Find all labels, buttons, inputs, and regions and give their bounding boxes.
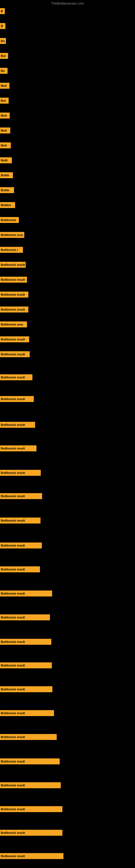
bottleneck-bar-26: Bottleneck result [0, 396, 34, 402]
bottleneck-bar-21: Bottleneck result [0, 307, 28, 312]
bottleneck-bar-41: Bottleneck result [0, 758, 60, 764]
bottleneck-bar-32: Bottleneck result [0, 542, 42, 549]
bottleneck-bar-43: Bottleneck result [0, 806, 62, 812]
bottleneck-bar-25: Bottleneck result [0, 374, 32, 380]
bottleneck-bar-24: Bottleneck result [0, 351, 30, 357]
bottleneck-bar-15: Bottleneck [0, 217, 19, 223]
bottleneck-bar-45: Bottleneck result [0, 853, 63, 859]
bottleneck-bar-2: B [0, 23, 5, 29]
bottleneck-bar-30: Bottleneck result [0, 493, 42, 499]
bottleneck-bar-17: Bottleneck r [0, 247, 23, 253]
bottleneck-bar-19: Bottleneck result [0, 277, 27, 283]
bottleneck-bar-4: Bot [0, 53, 8, 59]
bottleneck-bar-37: Bottleneck result [0, 662, 52, 669]
bottleneck-bar-39: Bottleneck result [0, 710, 54, 716]
bottleneck-bar-11: Bottl [0, 157, 12, 163]
bottleneck-bar-28: Bottleneck result [0, 445, 37, 452]
bottleneck-bar-3: Bo [0, 38, 6, 44]
bottleneck-bar-36: Bottleneck result [0, 639, 51, 645]
bottleneck-bar-6: Bott [0, 83, 9, 89]
bottleneck-bar-34: Bottleneck result [0, 590, 52, 596]
bottleneck-bar-1: B [0, 8, 5, 14]
bottleneck-bar-14: Bottlen [0, 202, 15, 208]
bottleneck-bar-35: Bottleneck result [0, 614, 50, 620]
bottleneck-bar-22: Bottleneck resu [0, 321, 27, 328]
bottleneck-bar-7: Bot [0, 98, 9, 104]
bottleneck-bar-16: Bottleneck resu [0, 232, 24, 238]
bottleneck-bar-9: Bott [0, 127, 10, 133]
bottleneck-bar-8: Bott [0, 113, 10, 119]
bottleneck-bar-5: Bo [0, 68, 8, 74]
bottleneck-bar-29: Bottleneck result [0, 470, 41, 476]
bottleneck-bar-12: Bottle [0, 172, 13, 178]
bottleneck-bar-33: Bottleneck result [0, 566, 40, 572]
bottleneck-bar-23: Bottleneck result [0, 336, 29, 342]
bottleneck-bar-42: Bottleneck result [0, 782, 61, 788]
bottleneck-bar-44: Bottleneck result [0, 830, 62, 836]
bottleneck-bar-10: Bott [0, 143, 11, 148]
bottleneck-bar-27: Bottleneck result [0, 422, 35, 428]
bottleneck-bar-18: Bottleneck result [0, 262, 26, 268]
bottleneck-bar-20: Bottleneck result [0, 291, 28, 298]
bottleneck-bar-13: Bottle [0, 187, 14, 193]
site-title: TheBottlenecker.com [51, 1, 84, 5]
bottleneck-bar-31: Bottleneck result [0, 518, 41, 524]
bottleneck-bar-38: Bottleneck result [0, 686, 52, 692]
bottleneck-bar-40: Bottleneck result [0, 734, 57, 740]
